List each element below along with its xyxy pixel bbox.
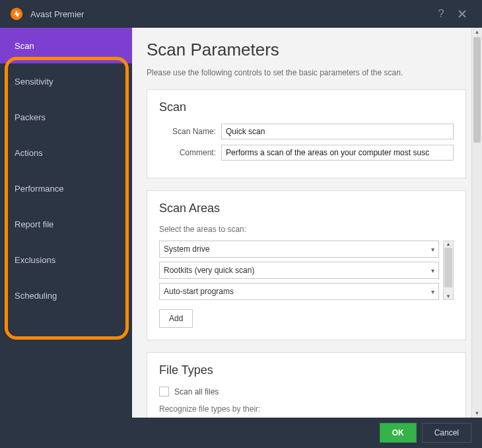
help-icon[interactable]: ? bbox=[430, 3, 452, 24]
sidebar-item-scan[interactable]: Scan bbox=[0, 28, 132, 63]
scan-all-label: Scan all files bbox=[174, 387, 219, 396]
comment-input[interactable] bbox=[221, 145, 454, 161]
scan-area-select[interactable]: Auto-start programs ▾ bbox=[159, 283, 439, 300]
scan-area-value: Rootkits (very quick scan) bbox=[164, 266, 254, 275]
comment-label: Comment: bbox=[159, 148, 216, 157]
scan-area-value: Auto-start programs bbox=[164, 287, 234, 296]
titlebar: Avast Premier ? bbox=[0, 0, 482, 28]
scan-panel-heading: Scan bbox=[159, 100, 454, 114]
scan-area-select[interactable]: Rootkits (very quick scan) ▾ bbox=[159, 262, 439, 279]
content-area: Scan Parameters Please use the following… bbox=[132, 28, 482, 418]
footer: OK Cancel bbox=[0, 418, 482, 448]
ok-button[interactable]: OK bbox=[380, 423, 417, 443]
sidebar-item-sensitivity[interactable]: Sensitivity bbox=[0, 63, 132, 99]
close-icon[interactable] bbox=[452, 3, 473, 24]
scan-areas-hint: Select the areas to scan: bbox=[159, 225, 454, 234]
scan-name-input[interactable] bbox=[221, 124, 454, 139]
scan-panel: Scan Scan Name: Comment: bbox=[147, 89, 466, 178]
main-scrollbar[interactable]: ▲ ▼ bbox=[471, 28, 482, 418]
sidebar: Scan Sensitivity Packers Actions Perform… bbox=[0, 28, 132, 418]
sidebar-item-performance[interactable]: Performance bbox=[0, 170, 132, 206]
file-types-heading: File Types bbox=[159, 363, 454, 377]
scroll-down-icon: ▼ bbox=[472, 410, 482, 416]
add-button[interactable]: Add bbox=[159, 309, 193, 328]
chevron-down-icon: ▾ bbox=[431, 267, 434, 274]
scan-area-value: System drive bbox=[164, 244, 209, 254]
scroll-up-icon: ▲ bbox=[472, 29, 482, 35]
scroll-thumb[interactable] bbox=[444, 248, 452, 287]
file-types-hint: Recognize file types by their: bbox=[159, 404, 454, 414]
app-title: Avast Premier bbox=[30, 9, 430, 19]
scroll-up-icon: ▲ bbox=[444, 241, 453, 247]
sidebar-item-label: Scan bbox=[15, 41, 34, 51]
cancel-button[interactable]: Cancel bbox=[422, 423, 471, 443]
sidebar-item-label: Actions bbox=[15, 148, 43, 158]
scan-name-label: Scan Name: bbox=[159, 127, 216, 136]
chevron-down-icon: ▾ bbox=[431, 288, 434, 295]
page-subtitle: Please use the following controls to set… bbox=[147, 68, 466, 77]
scan-areas-heading: Scan Areas bbox=[159, 202, 454, 215]
sidebar-item-scheduling[interactable]: Scheduling bbox=[0, 278, 132, 313]
sidebar-item-label: Report file bbox=[15, 219, 53, 229]
file-types-panel: File Types Scan all files Recognize file… bbox=[147, 352, 466, 418]
sidebar-item-label: Exclusions bbox=[15, 255, 55, 265]
sidebar-item-label: Packers bbox=[15, 112, 46, 122]
sidebar-item-exclusions[interactable]: Exclusions bbox=[0, 242, 132, 278]
page-title: Scan Parameters bbox=[147, 40, 466, 60]
sidebar-item-label: Scheduling bbox=[15, 291, 57, 301]
sidebar-item-label: Performance bbox=[15, 184, 63, 194]
avast-logo-icon bbox=[9, 7, 24, 21]
scan-area-select[interactable]: System drive ▾ bbox=[159, 241, 439, 258]
sidebar-item-packers[interactable]: Packers bbox=[0, 99, 132, 135]
chevron-down-icon: ▾ bbox=[431, 246, 434, 253]
scroll-down-icon: ▼ bbox=[444, 293, 453, 299]
scroll-thumb[interactable] bbox=[473, 37, 481, 143]
scan-all-checkbox[interactable] bbox=[159, 387, 169, 396]
scan-areas-panel: Scan Areas Select the areas to scan: Sys… bbox=[147, 190, 466, 340]
sidebar-item-report-file[interactable]: Report file bbox=[0, 206, 132, 242]
sidebar-item-label: Sensitivity bbox=[15, 77, 53, 87]
sidebar-item-actions[interactable]: Actions bbox=[0, 135, 132, 170]
areas-scrollbar[interactable]: ▲ ▼ bbox=[443, 241, 454, 300]
